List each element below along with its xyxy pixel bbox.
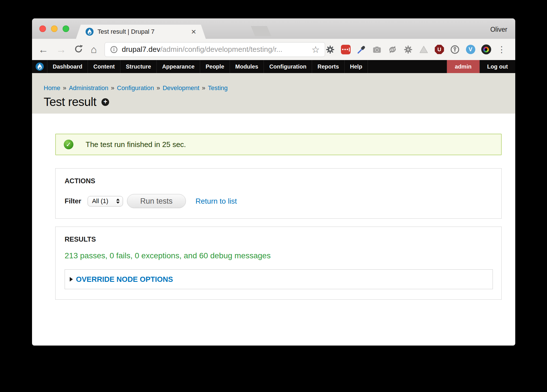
add-shortcut-icon[interactable]: +: [101, 98, 109, 106]
main-content: ✓ The test run finished in 25 sec. ACTIO…: [32, 114, 515, 300]
breadcrumb-administration[interactable]: Administration: [69, 84, 108, 91]
toolbar-item-content[interactable]: Content: [88, 60, 120, 73]
toolbar-item-dashboard[interactable]: Dashboard: [47, 60, 88, 73]
status-message: ✓ The test run finished in 25 sec.: [55, 134, 502, 155]
new-tab-button[interactable]: [251, 26, 271, 36]
breadcrumb-configuration[interactable]: Configuration: [117, 84, 154, 91]
select-stepper-icon: [116, 199, 120, 204]
filter-row: Filter All (1) Run tests Return to list: [65, 194, 492, 208]
v-circle-icon[interactable]: V: [465, 44, 476, 55]
toolbar-item-modules[interactable]: Modules: [230, 60, 264, 73]
breadcrumb-separator: »: [111, 84, 114, 91]
breadcrumb-separator: »: [63, 84, 66, 91]
toolbar-item-people[interactable]: People: [200, 60, 230, 73]
address-bar[interactable]: drupal7.dev /admin/config/development/te…: [105, 42, 325, 57]
page-info-icon[interactable]: [110, 46, 118, 54]
bookmark-star-icon[interactable]: ☆: [311, 45, 320, 54]
fieldset-label[interactable]: OVERRIDE NODE OPTIONS: [76, 275, 173, 284]
key-circle-icon[interactable]: [450, 44, 460, 55]
page-header: Home»Administration»Configuration»Develo…: [32, 73, 515, 114]
success-check-icon: ✓: [64, 140, 73, 149]
drupal-logo-icon[interactable]: [32, 60, 47, 73]
browser-window: Test result | Drupal 7 × Oliver ← → ⌂ dr…: [32, 18, 515, 346]
v-letter: V: [468, 46, 472, 53]
ublock-origin-icon[interactable]: U: [434, 44, 444, 55]
google-drive-icon[interactable]: [419, 44, 429, 55]
toolbar-item-structure[interactable]: Structure: [120, 60, 157, 73]
minimize-window-button[interactable]: [51, 25, 58, 32]
filter-select[interactable]: All (1): [88, 196, 123, 206]
back-button[interactable]: ←: [38, 44, 48, 55]
breadcrumb-separator: »: [202, 84, 205, 91]
camera-lens-icon[interactable]: [481, 44, 491, 55]
toolbar-admin-button[interactable]: admin: [447, 60, 480, 73]
filter-selected-value: All (1): [92, 197, 108, 205]
forward-button: →: [56, 44, 66, 55]
close-window-button[interactable]: [39, 25, 46, 32]
tab-title: Test result | Drupal 7: [97, 28, 191, 35]
status-message-text: The test run finished in 25 sec.: [86, 140, 186, 149]
toolbar-logout-button[interactable]: Log out: [480, 60, 515, 73]
drupal-admin-toolbar: Dashboard Content Structure Appearance P…: [32, 60, 515, 73]
close-tab-icon[interactable]: ×: [191, 27, 196, 36]
url-path: /admin/config/development/testing/r...: [160, 45, 283, 54]
collapsed-triangle-icon: [70, 277, 73, 282]
home-button[interactable]: ⌂: [91, 44, 97, 55]
filter-label: Filter: [65, 197, 81, 205]
session-refresh-icon[interactable]: [387, 44, 398, 55]
titlebar: Test result | Drupal 7 × Oliver: [32, 18, 515, 39]
results-panel: RESULTS 213 passes, 0 fails, 0 exception…: [55, 227, 502, 300]
override-node-options-fieldset[interactable]: OVERRIDE NODE OPTIONS: [65, 269, 493, 289]
drupal-favicon-icon: [86, 28, 94, 36]
return-to-list-link[interactable]: Return to list: [196, 197, 237, 206]
settings-gear-icon[interactable]: [325, 44, 335, 55]
breadcrumb-testing[interactable]: Testing: [208, 84, 228, 91]
results-heading: RESULTS: [65, 235, 492, 243]
breadcrumb: Home»Administration»Configuration»Develo…: [44, 84, 515, 92]
lastpass-icon[interactable]: [341, 44, 351, 55]
url-host: drupal7.dev: [122, 45, 160, 54]
toolbar-item-help[interactable]: Help: [345, 60, 368, 73]
actions-panel: ACTIONS Filter All (1) Run tests Return …: [55, 168, 502, 219]
results-summary: 213 passes, 0 fails, 0 exceptions, and 6…: [65, 251, 492, 260]
run-tests-button[interactable]: Run tests: [127, 194, 186, 208]
camera-icon[interactable]: [372, 44, 382, 55]
toolbar-item-reports[interactable]: Reports: [312, 60, 345, 73]
traffic-lights: [39, 25, 69, 32]
browser-menu-icon[interactable]: ⋮: [497, 44, 507, 55]
fullscreen-window-button[interactable]: [63, 25, 69, 32]
browser-tab[interactable]: Test result | Drupal 7 ×: [76, 25, 206, 39]
breadcrumb-development[interactable]: Development: [163, 84, 200, 91]
browser-profile-name[interactable]: Oliver: [490, 26, 507, 33]
breadcrumb-separator: »: [156, 84, 160, 91]
breadcrumb-home[interactable]: Home: [44, 84, 60, 91]
page-title: Test result +: [44, 95, 515, 109]
browser-toolbar: ← → ⌂ drupal7.dev /admin/config/developm…: [32, 39, 515, 60]
actions-heading: ACTIONS: [65, 177, 492, 185]
eyedropper-icon[interactable]: [356, 44, 366, 55]
ublock-letter: U: [437, 46, 441, 53]
extension-gear-icon[interactable]: [403, 44, 413, 55]
reload-button[interactable]: [74, 44, 83, 55]
extension-icons: U V ⋮: [325, 44, 509, 55]
toolbar-item-appearance[interactable]: Appearance: [157, 60, 200, 73]
toolbar-item-configuration[interactable]: Configuration: [264, 60, 312, 73]
